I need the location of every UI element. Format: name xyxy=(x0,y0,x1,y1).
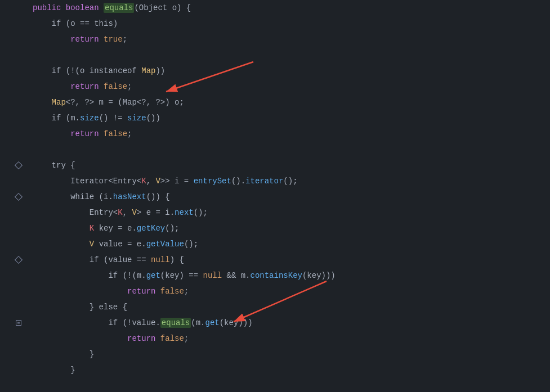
token-var-v: V xyxy=(132,208,136,217)
code-line: Map<?, ?> m = (Map<?, ?>) o; xyxy=(0,94,550,110)
gutter-cell xyxy=(5,110,33,126)
token-plain: ()) { xyxy=(146,192,170,201)
token-plain: } xyxy=(33,366,75,375)
token-plain: value = e. xyxy=(94,240,146,249)
token-plain: . xyxy=(155,318,160,327)
fold-diamond-icon[interactable] xyxy=(15,161,23,169)
gutter-cell xyxy=(5,126,33,142)
editor-container: public boolean equals(Object o) { if (o … xyxy=(0,0,550,392)
token-plain: (Object o) { xyxy=(134,3,191,12)
line-content: return false; xyxy=(33,334,550,343)
line-content: K key = e.getKey(); xyxy=(33,224,550,233)
gutter-cell xyxy=(5,94,33,110)
token-plain: <?, ?> m = (Map<?, ?>) o; xyxy=(66,98,184,107)
token-plain: key = e. xyxy=(94,224,137,233)
token-plain: , xyxy=(146,177,156,186)
token-plain: && m. xyxy=(222,271,250,280)
gutter-cell xyxy=(5,268,33,283)
token-plain: (). xyxy=(231,177,245,186)
token-method: size xyxy=(127,114,146,123)
code-line: return false; xyxy=(0,283,550,299)
token-method: next xyxy=(175,208,194,217)
token-plain: } xyxy=(33,350,94,359)
code-area[interactable]: public boolean equals(Object o) { if (o … xyxy=(0,0,550,392)
token-punc: ; xyxy=(127,82,132,91)
code-line: if (!(o instanceof Map)) xyxy=(0,63,550,79)
code-line: K key = e.getKey(); xyxy=(0,220,550,236)
token-plain: (m. xyxy=(191,318,205,327)
code-line: while (i.hasNext()) { xyxy=(0,189,550,205)
code-line: if (!value.equals(m.get(key))) xyxy=(0,315,550,331)
token-method: containsKey xyxy=(251,271,302,280)
token-punc: ; xyxy=(127,129,132,138)
token-bool-val: false xyxy=(160,287,184,296)
token-plain: Iterator<Entry< xyxy=(33,177,141,186)
token-plain: if (! xyxy=(33,318,132,327)
line-content: if (!value.equals(m.get(key))) xyxy=(33,318,550,327)
gutter-cell xyxy=(5,315,33,331)
token-plain: (); xyxy=(283,177,297,186)
code-line: } else { xyxy=(0,299,550,315)
gutter-cell xyxy=(5,236,33,252)
line-content: return false; xyxy=(33,287,550,296)
token-bool-val: false xyxy=(104,129,127,138)
token-var-k: K xyxy=(90,224,94,233)
token-bool-val: true xyxy=(104,35,123,44)
token-punc: ; xyxy=(184,287,189,296)
token-type-map: Map xyxy=(141,66,155,75)
token-plain: while (i. xyxy=(33,192,113,201)
line-content: return true; xyxy=(33,35,550,44)
token-ret: return xyxy=(33,129,104,138)
gutter-cell xyxy=(5,283,33,299)
token-plain: if (!(o instanceof xyxy=(33,66,141,75)
token-plain: () != xyxy=(99,114,127,123)
token-method: hasNext xyxy=(113,192,146,201)
line-content: Map<?, ?> m = (Map<?, ?>) o; xyxy=(33,98,550,107)
code-line: if (!(m.get(key) == null && m.containsKe… xyxy=(0,268,550,283)
code-line: return false; xyxy=(0,79,550,94)
token-plain xyxy=(33,224,90,233)
token-plain: , xyxy=(123,208,132,217)
fold-minus-icon[interactable] xyxy=(16,320,21,326)
line-content: Iterator<Entry<K, V>> i = entrySet().ite… xyxy=(33,177,550,186)
code-line: if (o == this) xyxy=(0,16,550,31)
token-plain: (key))) xyxy=(302,271,336,280)
token-plain: Entry< xyxy=(33,208,118,217)
line-content: return false; xyxy=(33,82,550,91)
code-line: V value = e.getValue(); xyxy=(0,236,550,252)
line-content: if (value == null) { xyxy=(33,255,550,264)
gutter-cell xyxy=(5,79,33,94)
code-line: Iterator<Entry<K, V>> i = entrySet().ite… xyxy=(0,173,550,189)
token-ret: return xyxy=(33,82,104,91)
token-plain: value xyxy=(132,318,155,327)
token-plain: ) { xyxy=(170,255,184,264)
code-line: } xyxy=(0,346,550,362)
code-line: try { xyxy=(0,157,550,173)
token-ret: return xyxy=(33,287,160,296)
line-content: } else { xyxy=(33,303,550,312)
gutter-cell xyxy=(5,157,33,173)
code-line xyxy=(0,142,550,157)
token-var-v: V xyxy=(90,240,94,249)
token-plain: )) xyxy=(155,66,165,75)
gutter-cell xyxy=(5,173,33,189)
code-line: } xyxy=(0,362,550,378)
code-line: Entry<K, V> e = i.next(); xyxy=(0,205,550,220)
gutter-cell xyxy=(5,189,33,205)
token-plain: if (value == xyxy=(33,255,151,264)
token-fn-green-bg: equals xyxy=(160,318,191,328)
token-plain: } else { xyxy=(33,303,127,312)
fold-diamond-icon[interactable] xyxy=(15,256,23,264)
line-content: } xyxy=(33,366,550,375)
token-punc: ; xyxy=(184,334,189,343)
gutter-cell xyxy=(5,142,33,157)
token-plain xyxy=(33,240,90,249)
token-bool-val: false xyxy=(104,82,127,91)
token-plain: (); xyxy=(184,240,198,249)
token-plain: (); xyxy=(165,224,179,233)
gutter-cell xyxy=(5,252,33,268)
line-content: return false; xyxy=(33,129,550,138)
fold-diamond-icon[interactable] xyxy=(15,193,23,201)
gutter-cell xyxy=(5,205,33,220)
line-content: if (!(m.get(key) == null && m.containsKe… xyxy=(33,271,550,280)
